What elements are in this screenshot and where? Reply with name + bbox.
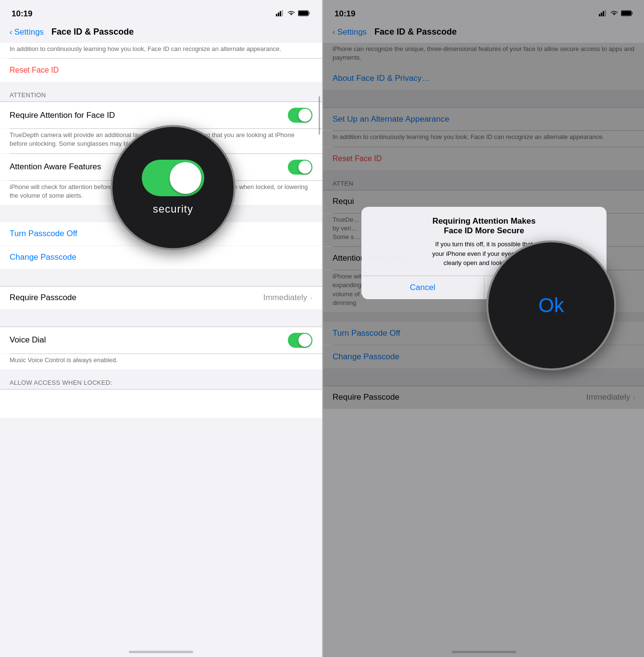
left-magnify-toggle (142, 160, 204, 196)
left-voice-dial-label: Voice Dial (10, 335, 46, 345)
left-phone-screen: 10:19 ‹ Settings Face ID & Passcode In a… (0, 0, 322, 657)
left-nav-title: Face ID & Passcode (51, 27, 134, 37)
left-require-attention-toggle[interactable] (288, 108, 312, 123)
right-alert-title: Requiring Attention Makes Face ID More S… (361, 207, 607, 238)
left-status-icons (276, 10, 310, 18)
left-require-passcode-label: Require Passcode (10, 293, 76, 303)
svg-rect-0 (276, 14, 277, 16)
left-allow-access-label: ALLOW ACCESS WHEN LOCKED: (0, 369, 322, 389)
left-reset-faceid-row[interactable]: Reset Face ID (0, 59, 322, 82)
left-back-button[interactable]: ‹ Settings (10, 27, 44, 37)
left-home-indicator (129, 651, 193, 653)
left-require-attention-label: Require Attention for Face ID (10, 111, 115, 120)
right-phone-screen: 10:19 ‹ Settings Face ID & Passcode iPho… (323, 0, 644, 657)
left-attention-aware-toggle[interactable] (288, 160, 312, 175)
battery-icon (298, 10, 310, 18)
left-magnify-circle: security (111, 125, 235, 250)
left-status-time: 10:19 (12, 9, 32, 19)
svg-rect-6 (309, 12, 310, 14)
left-voice-dial-row[interactable]: Voice Dial (0, 327, 322, 354)
signal-icon (276, 10, 285, 18)
svg-rect-5 (298, 11, 308, 15)
left-back-chevron: ‹ (10, 27, 12, 37)
left-magnify-knob (170, 162, 201, 194)
left-faceid-desc: In addition to continuously learning how… (0, 43, 322, 58)
left-magnify-label: security (153, 203, 193, 215)
left-scroll-indicator (319, 96, 320, 135)
left-back-label: Settings (14, 27, 44, 37)
left-nav-bar: ‹ Settings Face ID & Passcode (0, 25, 322, 43)
left-reset-faceid-label: Reset Face ID (10, 66, 59, 75)
left-voice-dial-toggle[interactable] (288, 333, 312, 348)
right-alert-cancel-button[interactable]: Cancel (361, 276, 484, 299)
left-attention-section-label: ATTENTION (0, 82, 322, 101)
left-require-passcode-chevron: › (310, 294, 312, 302)
svg-rect-1 (278, 13, 279, 16)
left-status-bar: 10:19 (0, 0, 322, 25)
svg-rect-2 (280, 11, 281, 16)
left-require-passcode-row[interactable]: Require Passcode Immediately › (0, 286, 322, 309)
svg-rect-3 (282, 10, 283, 16)
left-require-attention-row[interactable]: Require Attention for Face ID (0, 101, 322, 128)
left-voice-dial-desc: Music Voice Control is always enabled. (0, 354, 322, 369)
right-magnify-ok-label: Ok (538, 294, 564, 317)
left-change-passcode[interactable]: Change Passcode (0, 246, 322, 269)
left-require-passcode-value: Immediately › (263, 293, 312, 303)
wifi-icon (287, 10, 295, 18)
right-magnify-circle: Ok (486, 240, 616, 370)
left-attention-aware-label: Attention Aware Features (10, 162, 101, 172)
